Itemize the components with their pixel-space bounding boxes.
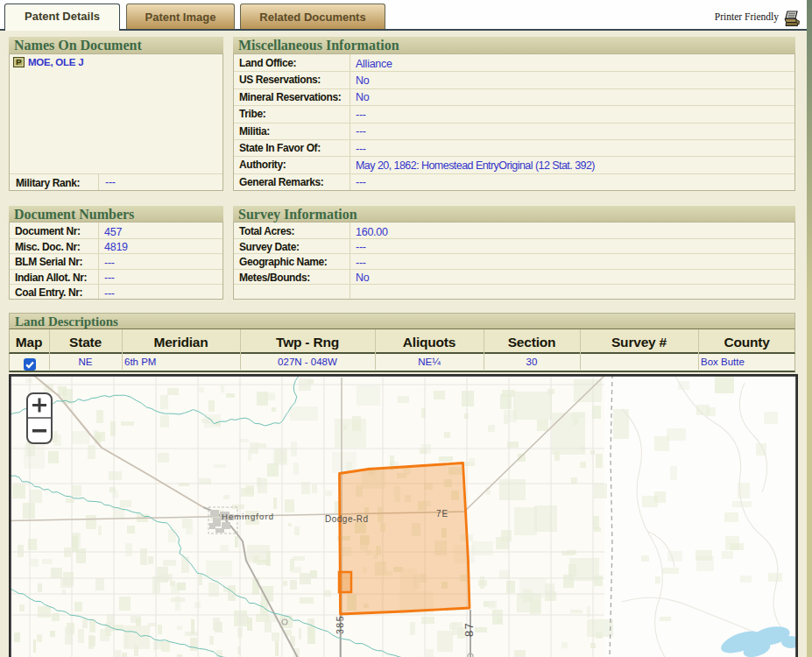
svg-text:P: P — [16, 57, 22, 67]
svg-text:Dodge-Rd: Dodge-Rd — [325, 514, 369, 524]
svg-text:87: 87 — [462, 622, 476, 637]
svg-text:Hemingford: Hemingford — [222, 512, 274, 521]
svg-text:7E: 7E — [436, 509, 448, 519]
svg-text:385: 385 — [335, 615, 345, 634]
